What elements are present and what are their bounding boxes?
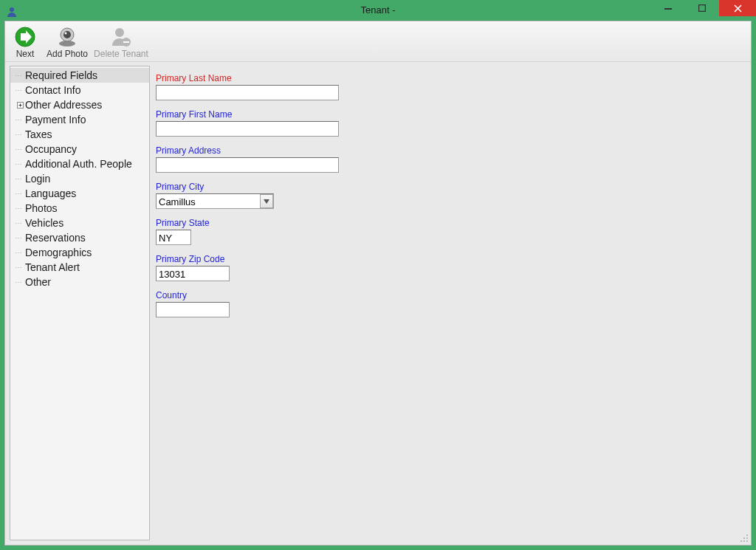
window-controls <box>651 0 756 16</box>
tree-branch-icon: ⋯ <box>15 249 25 257</box>
state-label: Primary State <box>156 218 746 228</box>
tree-item[interactable]: ⋯Login <box>10 171 149 186</box>
tree-item-label: Vehicles <box>25 217 63 229</box>
tree-branch-icon: ⋯ <box>15 190 25 198</box>
tree-branch-icon: ⋯ <box>15 86 25 94</box>
tree-item-label: Demographics <box>25 247 92 258</box>
country-input[interactable] <box>156 302 230 317</box>
tree-branch-icon: ⋯ <box>15 72 25 80</box>
next-label: Next <box>16 49 35 59</box>
tree-item[interactable]: Other Addresses <box>10 97 149 112</box>
tree-branch-icon: ⋯ <box>15 116 25 124</box>
window-title: Tenant - <box>0 0 756 21</box>
tenant-window: Tenant - Next <box>0 0 756 550</box>
svg-point-7 <box>65 32 67 35</box>
tree-item-label: Occupancy <box>25 143 77 155</box>
tree-item[interactable]: ⋯Occupancy <box>10 142 149 157</box>
tree-item[interactable]: ⋯Payment Info <box>10 112 149 127</box>
tree-branch-icon: ⋯ <box>15 264 25 272</box>
titlebar[interactable]: Tenant - <box>0 0 756 21</box>
close-button[interactable] <box>719 0 756 16</box>
tree-item-label: Photos <box>25 202 58 214</box>
next-arrow-icon <box>13 25 37 49</box>
tree-item-label: Login <box>25 173 50 185</box>
tree-item[interactable]: ⋯Additional Auth. People <box>10 157 149 171</box>
nav-tree[interactable]: ⋯Required Fields⋯Contact InfoOther Addre… <box>10 66 150 540</box>
svg-rect-16 <box>743 540 745 542</box>
address-label: Primary Address <box>156 145 746 156</box>
tree-item[interactable]: ⋯Photos <box>10 201 149 216</box>
tree-branch-icon: ⋯ <box>15 204 25 213</box>
tree-item[interactable]: ⋯Demographics <box>10 245 149 260</box>
first-name-label: Primary First Name <box>156 109 746 120</box>
svg-rect-2 <box>699 5 706 12</box>
first-name-input[interactable] <box>156 121 339 137</box>
tree-item[interactable]: ⋯Languages <box>10 186 149 201</box>
svg-rect-1 <box>664 8 672 10</box>
form-pane: Primary Last Name Primary First Name Pri… <box>150 66 746 540</box>
field-group-last-name: Primary Last Name <box>156 73 746 100</box>
country-label: Country <box>156 290 746 300</box>
city-label: Primary City <box>156 182 746 192</box>
content-area: ⋯Required Fields⋯Contact InfoOther Addre… <box>10 66 746 540</box>
minimize-button[interactable] <box>651 0 685 16</box>
field-group-state: Primary State <box>156 218 746 245</box>
resize-grip[interactable] <box>739 533 749 543</box>
app-icon <box>6 4 18 16</box>
tree-item[interactable]: ⋯Contact Info <box>10 83 149 97</box>
tree-item[interactable]: ⋯Required Fields <box>10 68 149 83</box>
delete-tenant-button[interactable]: Delete Tenant <box>94 25 148 59</box>
field-group-address: Primary Address <box>156 145 746 173</box>
city-select[interactable]: Camillus <box>156 193 274 209</box>
field-group-city: Primary City Camillus <box>156 182 746 209</box>
camera-icon <box>55 25 79 49</box>
add-photo-button[interactable]: Add Photo <box>47 25 88 59</box>
tree-item-label: Tenant Alert <box>25 261 80 273</box>
svg-rect-14 <box>746 537 748 539</box>
next-button[interactable]: Next <box>10 25 41 59</box>
tree-item-label: Languages <box>25 188 76 199</box>
tree-item[interactable]: ⋯Taxes <box>10 127 149 142</box>
svg-rect-10 <box>123 41 129 43</box>
expand-icon[interactable] <box>15 102 25 109</box>
tree-item-label: Other Addresses <box>25 99 102 111</box>
add-photo-label: Add Photo <box>47 49 88 59</box>
tree-item-label: Reservations <box>25 232 86 244</box>
field-group-first-name: Primary First Name <box>156 109 746 137</box>
tree-item[interactable]: ⋯Reservations <box>10 230 149 245</box>
tree-item[interactable]: ⋯Other <box>10 275 149 289</box>
tree-item-label: Other <box>25 276 51 288</box>
tree-branch-icon: ⋯ <box>15 234 25 242</box>
tree-branch-icon: ⋯ <box>15 160 25 168</box>
svg-rect-15 <box>740 540 742 542</box>
svg-point-6 <box>63 31 71 38</box>
address-input[interactable] <box>156 157 339 173</box>
tree-item-label: Additional Auth. People <box>25 158 132 170</box>
svg-point-8 <box>115 28 124 37</box>
svg-rect-13 <box>743 537 745 539</box>
svg-point-0 <box>10 7 14 12</box>
state-input[interactable] <box>156 230 191 245</box>
client-area: Next Add Photo <box>4 21 752 546</box>
maximize-button[interactable] <box>685 0 719 16</box>
tree-item[interactable]: ⋯Vehicles <box>10 216 149 230</box>
tree-item-label: Taxes <box>25 128 52 140</box>
tree-item-label: Required Fields <box>25 69 97 81</box>
tree-item[interactable]: ⋯Tenant Alert <box>10 260 149 275</box>
last-name-input[interactable] <box>156 85 339 100</box>
svg-rect-12 <box>746 534 748 536</box>
field-group-country: Country <box>156 290 746 317</box>
delete-person-icon <box>109 25 133 49</box>
tree-item-label: Payment Info <box>25 114 86 126</box>
tree-branch-icon: ⋯ <box>15 145 25 154</box>
tree-branch-icon: ⋯ <box>15 175 25 183</box>
delete-tenant-label: Delete Tenant <box>94 49 148 59</box>
tree-branch-icon: ⋯ <box>15 219 25 227</box>
zip-label: Primary Zip Code <box>156 254 746 264</box>
tree-branch-icon: ⋯ <box>15 131 25 139</box>
tree-item-label: Contact Info <box>25 84 81 96</box>
tree-branch-icon: ⋯ <box>15 278 25 286</box>
zip-input[interactable] <box>156 266 230 281</box>
toolbar: Next Add Photo <box>5 21 751 62</box>
svg-rect-17 <box>746 540 748 542</box>
